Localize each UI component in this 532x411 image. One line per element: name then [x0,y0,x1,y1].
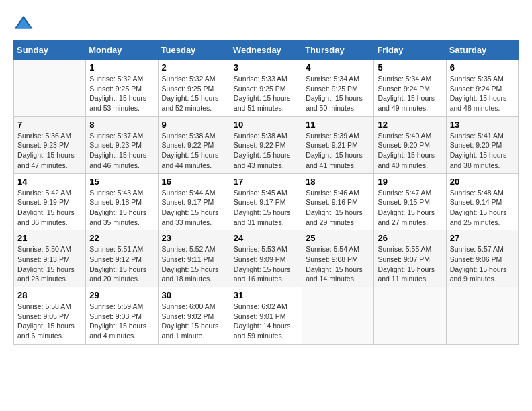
day-info: Sunrise: 5:50 AM Sunset: 9:13 PM Dayligh… [17,244,82,284]
day-number: 11 [306,120,370,130]
day-info: Sunrise: 5:38 AM Sunset: 9:22 PM Dayligh… [162,131,226,171]
weekday-header: Wednesday [230,41,302,60]
day-info: Sunrise: 5:34 AM Sunset: 9:24 PM Dayligh… [378,74,442,113]
calendar-week-row: 7Sunrise: 5:36 AM Sunset: 9:23 PM Daylig… [14,116,519,173]
day-number: 20 [450,177,515,187]
calendar-cell: 5Sunrise: 5:34 AM Sunset: 9:24 PM Daylig… [374,60,446,117]
day-number: 29 [89,290,154,300]
calendar-cell: 11Sunrise: 5:39 AM Sunset: 9:21 PM Dayli… [302,116,374,173]
calendar-cell: 20Sunrise: 5:48 AM Sunset: 9:14 PM Dayli… [446,173,518,230]
day-number: 5 [378,62,442,73]
weekday-header: Monday [86,41,158,60]
day-info: Sunrise: 6:00 AM Sunset: 9:02 PM Dayligh… [162,302,226,341]
day-number: 1 [89,62,154,73]
day-number: 22 [89,233,154,243]
calendar-cell: 17Sunrise: 5:45 AM Sunset: 9:17 PM Dayli… [230,173,302,230]
day-number: 12 [378,120,442,130]
calendar-cell: 27Sunrise: 5:57 AM Sunset: 9:06 PM Dayli… [446,230,518,287]
day-info: Sunrise: 5:40 AM Sunset: 9:20 PM Dayligh… [378,131,442,171]
day-info: Sunrise: 5:44 AM Sunset: 9:17 PM Dayligh… [162,188,226,228]
calendar-cell: 24Sunrise: 5:53 AM Sunset: 9:09 PM Dayli… [230,230,302,287]
day-number: 15 [89,177,154,187]
day-info: Sunrise: 5:37 AM Sunset: 9:23 PM Dayligh… [89,131,154,171]
day-info: Sunrise: 5:32 AM Sunset: 9:25 PM Dayligh… [162,74,226,113]
calendar-cell: 23Sunrise: 5:52 AM Sunset: 9:11 PM Dayli… [158,230,230,287]
day-number: 14 [17,177,82,187]
calendar-cell: 7Sunrise: 5:36 AM Sunset: 9:23 PM Daylig… [14,116,86,173]
day-number: 26 [378,233,442,243]
day-info: Sunrise: 5:53 AM Sunset: 9:09 PM Dayligh… [234,244,298,284]
day-number: 4 [306,62,370,73]
day-info: Sunrise: 5:41 AM Sunset: 9:20 PM Dayligh… [450,131,515,171]
calendar-cell: 12Sunrise: 5:40 AM Sunset: 9:20 PM Dayli… [374,116,446,173]
day-number: 3 [234,62,298,73]
calendar-cell [374,287,446,345]
day-number: 16 [162,177,226,187]
day-info: Sunrise: 6:02 AM Sunset: 9:01 PM Dayligh… [234,302,298,341]
calendar-cell: 26Sunrise: 5:55 AM Sunset: 9:07 PM Dayli… [374,230,446,287]
day-info: Sunrise: 5:36 AM Sunset: 9:23 PM Dayligh… [17,131,82,171]
calendar-header: SundayMondayTuesdayWednesdayThursdayFrid… [14,41,519,60]
calendar-cell: 1Sunrise: 5:32 AM Sunset: 9:25 PM Daylig… [86,60,158,117]
calendar-cell: 22Sunrise: 5:51 AM Sunset: 9:12 PM Dayli… [86,230,158,287]
calendar-cell: 15Sunrise: 5:43 AM Sunset: 9:18 PM Dayli… [86,173,158,230]
day-number: 31 [234,290,298,300]
calendar-week-row: 14Sunrise: 5:42 AM Sunset: 9:19 PM Dayli… [14,173,519,230]
day-info: Sunrise: 5:58 AM Sunset: 9:05 PM Dayligh… [17,302,82,341]
day-info: Sunrise: 5:33 AM Sunset: 9:25 PM Dayligh… [234,74,298,113]
day-info: Sunrise: 5:39 AM Sunset: 9:21 PM Dayligh… [306,131,370,171]
day-info: Sunrise: 5:38 AM Sunset: 9:22 PM Dayligh… [234,131,298,171]
day-info: Sunrise: 5:43 AM Sunset: 9:18 PM Dayligh… [89,188,154,228]
day-number: 17 [234,177,298,187]
day-number: 19 [378,177,442,187]
day-number: 8 [89,120,154,130]
calendar-cell: 9Sunrise: 5:38 AM Sunset: 9:22 PM Daylig… [158,116,230,173]
calendar-cell: 30Sunrise: 6:00 AM Sunset: 9:02 PM Dayli… [158,287,230,345]
day-number: 25 [306,233,370,243]
day-number: 21 [17,233,82,243]
day-number: 9 [162,120,226,130]
day-number: 6 [450,62,515,73]
page-header [13,13,519,34]
calendar-cell: 4Sunrise: 5:34 AM Sunset: 9:25 PM Daylig… [302,60,374,117]
calendar-cell: 10Sunrise: 5:38 AM Sunset: 9:22 PM Dayli… [230,116,302,173]
calendar-cell: 25Sunrise: 5:54 AM Sunset: 9:08 PM Dayli… [302,230,374,287]
calendar-cell [446,287,518,345]
calendar-cell: 18Sunrise: 5:46 AM Sunset: 9:16 PM Dayli… [302,173,374,230]
calendar-cell: 14Sunrise: 5:42 AM Sunset: 9:19 PM Dayli… [14,173,86,230]
calendar-cell: 13Sunrise: 5:41 AM Sunset: 9:20 PM Dayli… [446,116,518,173]
calendar-week-row: 1Sunrise: 5:32 AM Sunset: 9:25 PM Daylig… [14,60,519,117]
day-info: Sunrise: 5:54 AM Sunset: 9:08 PM Dayligh… [306,244,370,284]
day-info: Sunrise: 5:57 AM Sunset: 9:06 PM Dayligh… [450,244,515,284]
day-number: 10 [234,120,298,130]
calendar-cell: 21Sunrise: 5:50 AM Sunset: 9:13 PM Dayli… [14,230,86,287]
day-number: 2 [162,62,226,73]
day-info: Sunrise: 5:46 AM Sunset: 9:16 PM Dayligh… [306,188,370,228]
calendar-cell: 29Sunrise: 5:59 AM Sunset: 9:03 PM Dayli… [86,287,158,345]
day-info: Sunrise: 5:51 AM Sunset: 9:12 PM Dayligh… [89,244,154,284]
day-info: Sunrise: 5:55 AM Sunset: 9:07 PM Dayligh… [378,244,442,284]
day-number: 24 [234,233,298,243]
calendar-week-row: 21Sunrise: 5:50 AM Sunset: 9:13 PM Dayli… [14,230,519,287]
calendar-cell: 6Sunrise: 5:35 AM Sunset: 9:24 PM Daylig… [446,60,518,117]
day-info: Sunrise: 5:35 AM Sunset: 9:24 PM Dayligh… [450,74,515,113]
day-info: Sunrise: 5:34 AM Sunset: 9:25 PM Dayligh… [306,74,370,113]
calendar-week-row: 28Sunrise: 5:58 AM Sunset: 9:05 PM Dayli… [14,287,519,345]
day-info: Sunrise: 5:47 AM Sunset: 9:15 PM Dayligh… [378,188,442,228]
logo [13,13,36,34]
day-info: Sunrise: 5:32 AM Sunset: 9:25 PM Dayligh… [89,74,154,113]
weekday-header: Sunday [14,41,86,60]
calendar-body: 1Sunrise: 5:32 AM Sunset: 9:25 PM Daylig… [14,60,519,345]
day-number: 30 [162,290,226,300]
day-info: Sunrise: 5:52 AM Sunset: 9:11 PM Dayligh… [162,244,226,284]
weekday-header: Saturday [446,41,518,60]
calendar-cell: 2Sunrise: 5:32 AM Sunset: 9:25 PM Daylig… [158,60,230,117]
calendar-cell: 19Sunrise: 5:47 AM Sunset: 9:15 PM Dayli… [374,173,446,230]
day-number: 28 [17,290,82,300]
calendar-cell: 8Sunrise: 5:37 AM Sunset: 9:23 PM Daylig… [86,116,158,173]
calendar-cell [302,287,374,345]
weekday-header: Friday [374,41,446,60]
day-info: Sunrise: 5:42 AM Sunset: 9:19 PM Dayligh… [17,188,82,228]
day-number: 27 [450,233,515,243]
logo-icon [13,13,34,34]
